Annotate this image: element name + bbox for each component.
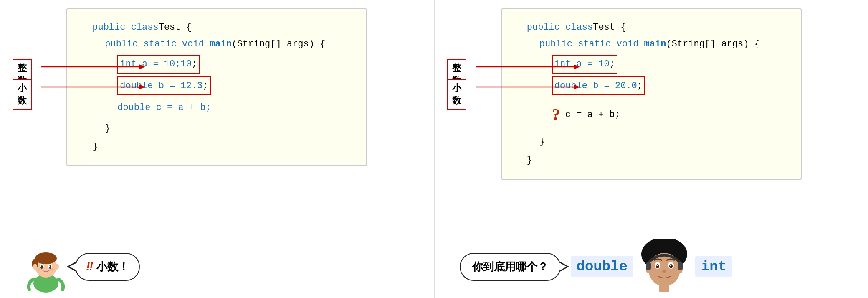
arrow-decimal-right: [476, 83, 580, 91]
svg-point-16: [49, 266, 50, 267]
code-line-2: public static void main(String[] args) {: [92, 36, 349, 53]
svg-point-18: [50, 268, 54, 271]
r-code-line-1: public class Test {: [527, 19, 784, 36]
val-10-left: 10: [180, 59, 191, 69]
semi-1: ;: [192, 59, 197, 69]
classname-1: Test {: [159, 19, 192, 36]
main-args-1: (String[] args) {: [232, 36, 325, 53]
svg-marker-22: [574, 84, 580, 89]
svg-point-28: [656, 264, 659, 268]
speech-text-left: 小数！: [96, 260, 129, 274]
left-bottom: ‼ 小数！: [25, 239, 140, 294]
svg-point-7: [35, 252, 57, 264]
r-code-line-6: }: [527, 134, 784, 150]
brace-close-2: }: [92, 139, 98, 155]
svg-point-15: [40, 266, 41, 267]
decimal-text-left: 小数: [18, 83, 27, 106]
svg-point-17: [38, 268, 42, 271]
code-line-5: double c = a + b;: [92, 99, 349, 116]
val-10-right: 10: [598, 59, 609, 69]
r-semi-1: ;: [610, 59, 615, 69]
speech-bubble-right: 你到底用哪个？: [460, 253, 561, 281]
arrow-decimal-left: [41, 83, 145, 91]
r-semi-2: ;: [637, 81, 643, 91]
r-keyword-public-static: public static void main: [539, 36, 666, 53]
semi-2: ;: [202, 81, 208, 91]
code-line-6: }: [92, 120, 349, 137]
arrow-integer-right: [476, 63, 580, 71]
r-code-line-7: }: [527, 152, 784, 169]
svg-rect-37: [678, 262, 683, 270]
svg-marker-1: [139, 64, 145, 69]
decimal-text-right: 小数: [452, 83, 461, 106]
svg-point-32: [662, 270, 666, 273]
keyword-public-1: public class: [92, 19, 158, 36]
main-container: public class Test { public static void m…: [0, 0, 868, 298]
svg-marker-3: [139, 84, 145, 89]
label-decimal-right: 小数: [447, 79, 466, 110]
c-assignment-right: c = a + b;: [565, 107, 620, 123]
cartoon-boy: [25, 239, 67, 294]
r-code-line-2: public static void main(String[] args) {: [527, 36, 784, 53]
r-brace-close-1: }: [539, 134, 545, 150]
svg-point-10: [55, 264, 59, 270]
label-decimal-left: 小数: [13, 79, 32, 110]
val-200-right: 20.0: [615, 81, 637, 91]
left-panel: public class Test { public static void m…: [0, 0, 434, 298]
svg-point-9: [33, 264, 37, 270]
brace-close-1: }: [105, 120, 110, 137]
keyword-int-badge: int: [695, 256, 732, 277]
meme-person-container: double: [571, 239, 733, 294]
question-mark-icon: ?: [552, 99, 560, 130]
r-code-line-5: ? c = a + b;: [527, 99, 784, 130]
code-line-1: public class Test {: [92, 19, 349, 36]
code-line-7: }: [92, 139, 349, 155]
meme-face: [639, 239, 689, 294]
svg-point-31: [670, 265, 671, 266]
r-brace-close-2: }: [527, 152, 532, 169]
keyword-public-static-1: public static void main: [105, 36, 232, 53]
r-main-args: (String[] args) {: [666, 36, 759, 53]
r-classname-1: Test {: [593, 19, 626, 36]
right-bottom: 你到底用哪个？ double: [460, 239, 733, 294]
speech-bubble-left: ‼ 小数！: [75, 253, 140, 281]
svg-rect-36: [646, 262, 651, 270]
double-c-left: double c = a + b;: [117, 99, 211, 116]
val-123-left: 12.3: [180, 81, 202, 91]
speech-text-right: 你到底用哪个？: [472, 260, 548, 273]
arrow-integer-left: [41, 63, 145, 71]
svg-point-30: [656, 265, 658, 266]
keyword-double-badge: double: [571, 256, 633, 277]
r-keyword-public-1: public class: [527, 19, 593, 36]
right-panel: public class Test { public static void m…: [435, 0, 868, 298]
right-code-box: public class Test { public static void m…: [501, 8, 802, 180]
svg-marker-20: [574, 64, 580, 69]
svg-point-29: [669, 264, 673, 268]
exclamation-icon: ‼: [86, 260, 93, 273]
svg-rect-35: [659, 285, 669, 292]
